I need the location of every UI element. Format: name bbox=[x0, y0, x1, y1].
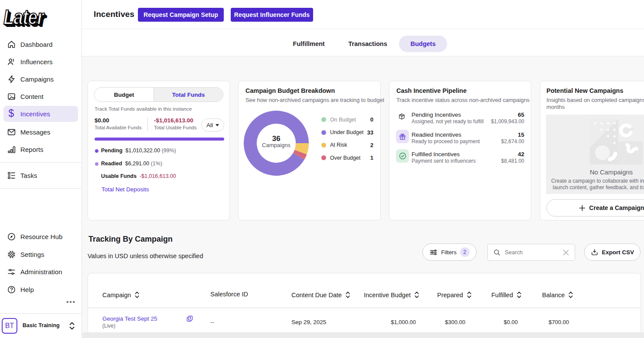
svg-text:$: $ bbox=[190, 316, 191, 320]
